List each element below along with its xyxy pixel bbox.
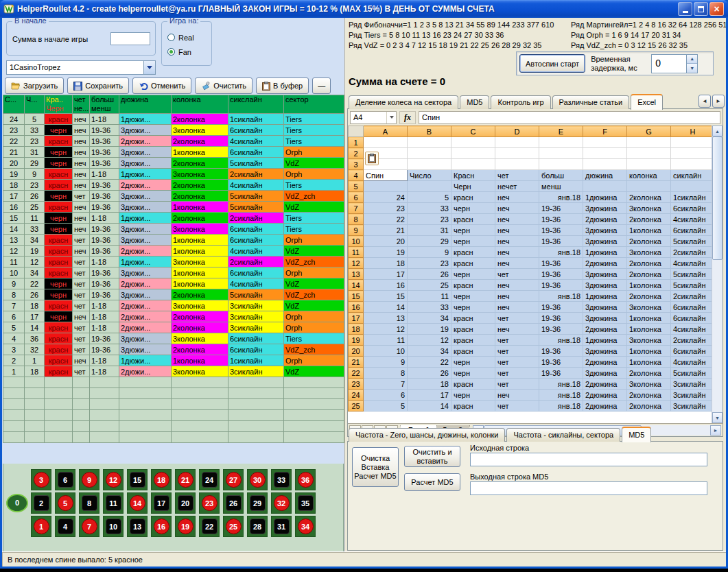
cell-F8[interactable]: 2дюжина xyxy=(583,214,627,225)
cell-G22[interactable]: 2колонка xyxy=(627,368,671,379)
cell-E24[interactable]: янв.18 xyxy=(539,390,583,401)
cell-E9[interactable]: 19-36 xyxy=(539,225,583,236)
cell-F4[interactable]: дюжина xyxy=(583,170,627,181)
row-header-3[interactable]: 3 xyxy=(349,159,364,170)
tab-wheel-sectors[interactable]: Деление колеса на сектора xyxy=(349,95,458,109)
cell-E6[interactable]: янв.18 xyxy=(539,192,583,203)
cell-D10[interactable]: неч xyxy=(495,236,539,247)
cell-B22[interactable]: 26 xyxy=(408,368,451,379)
cell-C10[interactable]: черн xyxy=(451,236,495,247)
column-header-H[interactable]: H xyxy=(671,126,712,137)
row-header-24[interactable]: 24 xyxy=(349,390,364,401)
cell-B24[interactable]: 17 xyxy=(408,390,451,401)
cell-A25[interactable]: 5 xyxy=(364,401,408,412)
cell-H12[interactable]: 4сиклайн xyxy=(671,258,712,269)
cell-F6[interactable]: 1дюжина xyxy=(583,192,627,203)
cell-E23[interactable]: янв.18 xyxy=(539,379,583,390)
cell-B19[interactable]: 12 xyxy=(408,335,451,346)
cell-C15[interactable]: черн xyxy=(451,291,495,302)
cell-B14[interactable]: 25 xyxy=(408,280,451,291)
cell-A13[interactable]: 17 xyxy=(364,269,408,280)
cell-A12[interactable]: 18 xyxy=(364,258,408,269)
cell-H15[interactable]: 2сиклайн xyxy=(671,291,712,302)
cell-C11[interactable]: красн xyxy=(451,247,495,258)
board-number-2[interactable]: 2 xyxy=(31,492,51,514)
tab-freq-sixlines-sectors[interactable]: Частота - сиклайны, сектора xyxy=(506,428,620,442)
excel-vscrollbar[interactable]: ▲ ▼ xyxy=(712,126,723,423)
row-header-20[interactable]: 20 xyxy=(349,346,364,357)
start-sum-input[interactable] xyxy=(110,32,150,45)
cell-G4[interactable]: колонка xyxy=(627,170,671,181)
cell-H6[interactable]: 1сиклайн xyxy=(671,192,712,203)
cell-A23[interactable]: 7 xyxy=(364,379,408,390)
cell-C22[interactable]: черн xyxy=(451,368,495,379)
radio-option-real[interactable]: Real xyxy=(167,30,194,45)
cell-F24[interactable]: 2дюжина xyxy=(583,390,627,401)
tab-articles[interactable]: Различные статьи xyxy=(552,95,630,109)
cell-A17[interactable]: 13 xyxy=(364,313,408,324)
cell-B15[interactable]: 11 xyxy=(408,291,451,302)
cell-D11[interactable]: неч xyxy=(495,247,539,258)
board-number-20[interactable]: 20 xyxy=(175,492,196,514)
cell-F9[interactable]: 3дюжина xyxy=(583,225,627,236)
cell-F18[interactable]: 2дюжина xyxy=(583,324,627,335)
cell-E12[interactable]: 19-36 xyxy=(539,258,583,269)
cell-A6[interactable]: 24 xyxy=(364,192,408,203)
cell-C21[interactable]: черн xyxy=(451,357,495,368)
board-number-7[interactable]: 7 xyxy=(79,516,99,537)
cell-D17[interactable]: чет xyxy=(495,313,539,324)
paste-options-icon[interactable] xyxy=(365,152,379,165)
cell-G8[interactable]: 2колонка xyxy=(627,214,671,225)
cell-B9[interactable]: 31 xyxy=(408,225,451,236)
cell-E13[interactable]: 19-36 xyxy=(539,269,583,280)
clear-button[interactable]: Очистить xyxy=(195,78,253,94)
board-number-3[interactable]: 3 xyxy=(31,469,51,490)
cell-F11[interactable]: 1дюжина xyxy=(583,247,627,258)
cell-F5[interactable] xyxy=(583,181,627,192)
cell-G23[interactable]: 3колонка xyxy=(627,379,671,390)
cell-E10[interactable]: 19-36 xyxy=(539,236,583,247)
cell-C1[interactable] xyxy=(451,137,495,148)
cell-H7[interactable]: 6сиклайн xyxy=(671,203,712,214)
cell-H17[interactable]: 6сиклайн xyxy=(671,313,712,324)
cell-G13[interactable]: 2колонка xyxy=(627,269,671,280)
vscroll-track[interactable] xyxy=(712,260,723,412)
cell-B6[interactable]: 5 xyxy=(408,192,451,203)
row-header-21[interactable]: 21 xyxy=(349,357,364,368)
select-all-corner[interactable] xyxy=(349,126,364,137)
autospin-start-button[interactable]: Автоспин старт xyxy=(519,54,585,73)
cell-H9[interactable]: 6сиклайн xyxy=(671,225,712,236)
cell-G24[interactable]: 2колонка xyxy=(627,390,671,401)
cell-C17[interactable]: красн xyxy=(451,313,495,324)
board-number-33[interactable]: 33 xyxy=(271,469,292,490)
board-number-16[interactable]: 16 xyxy=(151,516,172,537)
cell-C20[interactable]: красн xyxy=(451,346,495,357)
cell-G7[interactable]: 3колонка xyxy=(627,203,671,214)
row-header-23[interactable]: 23 xyxy=(349,379,364,390)
cell-D1[interactable] xyxy=(495,137,539,148)
cell-B25[interactable]: 14 xyxy=(408,401,451,412)
cell-D4[interactable]: чет xyxy=(495,170,539,181)
row-header-2[interactable]: 2 xyxy=(349,148,364,159)
cell-H5[interactable] xyxy=(671,181,712,192)
md5-clear-and-paste-button[interactable]: Очистить и вставить xyxy=(404,446,460,467)
board-number-19[interactable]: 19 xyxy=(175,516,196,537)
cell-A18[interactable]: 12 xyxy=(364,324,408,335)
column-header-G[interactable]: G xyxy=(627,126,671,137)
cell-E15[interactable]: янв.18 xyxy=(539,291,583,302)
cell-A19[interactable]: 11 xyxy=(364,335,408,346)
cell-F13[interactable]: 3дюжина xyxy=(583,269,627,280)
board-number-1[interactable]: 1 xyxy=(31,516,51,537)
row-header-16[interactable]: 16 xyxy=(349,302,364,313)
cell-F22[interactable]: 3дюжина xyxy=(583,368,627,379)
cell-A8[interactable]: 22 xyxy=(364,214,408,225)
undo-button[interactable]: Отменить xyxy=(132,78,191,94)
cell-E25[interactable]: янв.18 xyxy=(539,401,583,412)
cell-H25[interactable]: 3сиклайн xyxy=(671,401,712,412)
cell-C12[interactable]: красн xyxy=(451,258,495,269)
board-number-35[interactable]: 35 xyxy=(295,492,316,514)
cell-D3[interactable] xyxy=(495,159,539,170)
maximize-button[interactable] xyxy=(694,2,708,16)
formula-input[interactable]: Спин xyxy=(419,111,720,124)
cell-G2[interactable] xyxy=(627,148,671,159)
